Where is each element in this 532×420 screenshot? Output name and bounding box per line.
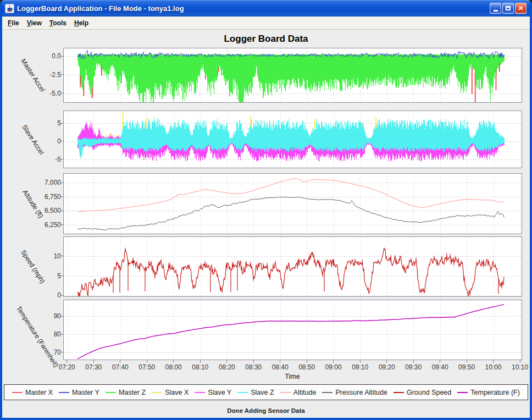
subplot-stack: Master Accel0.0-2.5-5.0Slave Accel50-5Al…: [2, 48, 530, 360]
x-tick-label: 08:40: [272, 363, 289, 371]
status-text: Done Adding Sensor Data: [227, 407, 304, 414]
legend-swatch-line: [12, 392, 23, 393]
x-axis-title: Time: [285, 373, 300, 380]
legend-item: Slave Z: [237, 389, 274, 396]
legend-swatch-line: [322, 392, 332, 393]
legend-item: Ground Speed: [394, 389, 451, 396]
x-tick-label: 08:10: [192, 363, 208, 371]
x-tick-mark: [307, 360, 307, 363]
x-tick-mark: [200, 360, 201, 363]
menu-item-view[interactable]: View: [23, 18, 46, 28]
legend-swatch-line: [237, 392, 248, 393]
plot-canvas-slave-accel: [63, 110, 522, 168]
window-title: LoggerBoard Application - File Mode - to…: [17, 4, 184, 13]
legend-swatch-line: [394, 392, 404, 393]
legend-item: Master Y: [59, 389, 99, 396]
legend-label: Master X: [25, 389, 53, 396]
x-axis: Time 07:2007:3007:4007:5008:0008:1008:20…: [2, 360, 530, 382]
maximize-button[interactable]: [502, 3, 514, 14]
plot-canvas-altitude-ft: [63, 173, 522, 234]
minimize-button[interactable]: [490, 3, 501, 14]
x-tick-label: 07:40: [112, 363, 129, 371]
menu-bar: FileViewToolsHelp: [2, 16, 530, 30]
legend-swatch-line: [59, 392, 69, 393]
x-tick-label: 09:30: [405, 363, 422, 371]
legend-label: Slave Y: [208, 389, 231, 396]
subplot-speed-mph: Speed (mph)1050: [2, 236, 530, 297]
x-tick-mark: [520, 360, 520, 363]
maximize-icon: [506, 6, 511, 10]
y-tick-label: 5: [23, 119, 61, 127]
subplot-temperature-farenheit: Temperature (Farenheit)908070: [2, 300, 530, 360]
title-bar[interactable]: LoggerBoard Application - File Mode - to…: [2, 0, 530, 16]
close-button[interactable]: ✕: [515, 3, 527, 14]
x-tick-mark: [226, 360, 227, 363]
subplot-slave-accel: Slave Accel50-5: [2, 110, 530, 168]
x-tick-mark: [120, 360, 120, 363]
x-tick-label: 10:10: [512, 363, 528, 371]
legend-label: Altitude: [293, 389, 317, 396]
legend-item: Master X: [12, 389, 53, 396]
x-tick-label: 09:40: [432, 363, 448, 371]
status-bar: Done Adding Sensor Data: [2, 404, 530, 418]
legend-item: Pressure Altitude: [322, 389, 387, 396]
app-window: LoggerBoard Application - File Mode - to…: [0, 0, 532, 420]
legend-swatch-line: [106, 392, 116, 393]
chart-legend: Master XMaster YMaster ZSlave XSlave YSl…: [4, 384, 528, 400]
legend-swatch-line: [280, 392, 291, 393]
menu-item-tools[interactable]: Tools: [46, 18, 70, 28]
y-tick-label: 5: [23, 272, 61, 280]
x-tick-mark: [93, 360, 94, 363]
menu-item-help[interactable]: Help: [70, 18, 92, 28]
subplot-altitude-ft: Altitude (ft)7,0006,7506,5006,250: [2, 173, 530, 234]
y-tick-label: 90: [23, 312, 61, 320]
legend-label: Master Y: [72, 389, 99, 396]
y-tick-label: 10: [23, 252, 61, 260]
x-tick-mark: [440, 360, 440, 363]
x-tick-mark: [147, 360, 147, 363]
y-tick-label: 6,750: [23, 193, 61, 201]
chart-panel: Logger Board Data Master Accel0.0-2.5-5.…: [2, 30, 530, 418]
legend-swatch-line: [195, 392, 205, 393]
minimize-icon: [494, 10, 498, 12]
legend-label: Pressure Altitude: [335, 389, 387, 396]
legend-label: Temperature (F): [470, 389, 520, 396]
plot-canvas-master-accel: [63, 48, 522, 103]
x-tick-label: 09:10: [352, 363, 368, 371]
legend-item: Slave X: [152, 389, 189, 396]
y-tick-label: 0.0: [23, 52, 61, 60]
x-tick-mark: [280, 360, 280, 363]
legend-label: Master Z: [119, 389, 146, 396]
x-tick-label: 08:30: [245, 363, 262, 371]
x-tick-mark: [493, 360, 494, 363]
legend-item: Master Z: [106, 389, 146, 396]
plot-canvas-temperature-farenheit: [63, 300, 522, 360]
x-tick-label: 07:20: [59, 363, 75, 371]
plot-canvas-speed-mph: [63, 236, 522, 297]
y-tick-label: 0: [23, 291, 61, 299]
x-tick-mark: [66, 360, 67, 363]
x-tick-label: 09:20: [379, 363, 395, 371]
x-tick-label: 07:50: [138, 363, 155, 371]
y-tick-label: -5: [23, 156, 61, 163]
x-tick-mark: [467, 360, 467, 363]
legend-item: Altitude: [280, 389, 317, 396]
menu-item-file[interactable]: File: [4, 18, 23, 28]
window-controls: ✕: [490, 3, 527, 14]
y-tick-label: -2.5: [23, 71, 61, 79]
y-tick-label: 80: [23, 330, 61, 338]
y-tick-label: 70: [23, 349, 61, 356]
x-tick-label: 08:20: [219, 363, 235, 371]
legend-swatch-line: [152, 392, 162, 393]
x-tick-mark: [413, 360, 414, 363]
legend-label: Slave X: [165, 389, 189, 396]
y-tick-label: 6,500: [23, 207, 61, 214]
legend-item: Slave Y: [195, 389, 231, 396]
y-tick-label: 0: [23, 137, 61, 145]
java-app-icon: [5, 4, 14, 13]
close-icon: ✕: [518, 5, 523, 12]
x-tick-label: 09:00: [325, 363, 342, 371]
x-tick-label: 09:50: [458, 363, 475, 371]
x-tick-mark: [386, 360, 387, 363]
x-tick-mark: [360, 360, 361, 363]
